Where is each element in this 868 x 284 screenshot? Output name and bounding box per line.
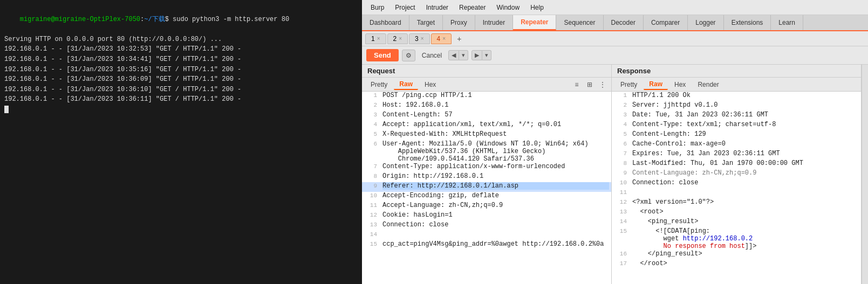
nav-tab-dashboard[interactable]: Dashboard	[362, 15, 409, 30]
code-line: 16 </ping_result>	[612, 250, 861, 260]
nav-tab-decoder[interactable]: Decoder	[604, 15, 644, 30]
right-edge-scrollbar	[862, 65, 868, 284]
code-line: 2 Server: jjhttpd v0.1.0	[612, 101, 861, 111]
code-line: 2 Host: 192.168.0.1	[362, 101, 611, 111]
forward-button[interactable]: ▶	[471, 50, 482, 60]
code-line: 8 Last-Modified: Thu, 01 Jan 1970 00:00:…	[612, 160, 861, 169]
code-line: 13 Connection: close	[362, 221, 611, 231]
request-pane-title: Request	[362, 65, 611, 78]
nav-tab-logger[interactable]: Logger	[688, 15, 723, 30]
nav-tab-target[interactable]: Target	[409, 15, 443, 30]
back-nav-group: ◀ ▾	[448, 50, 468, 60]
code-line: 11 Accept-Language: zh-CN,zh;q=0.9	[362, 202, 611, 211]
forward-dropdown-button[interactable]: ▾	[482, 50, 491, 60]
nav-tabs: Dashboard Target Proxy Intruder Repeater…	[362, 15, 868, 31]
code-line-selected: 9 Referer: http://192.168.0.1/lan.asp	[362, 182, 611, 192]
menu-item-burp[interactable]: Burp	[366, 3, 388, 12]
response-tab-render[interactable]: Render	[692, 80, 724, 89]
code-line: 4 Content-Type: text/xml; charset=utf-8	[612, 121, 861, 130]
menu-bar: Burp Project Intruder Repeater Window He…	[362, 0, 868, 15]
terminal-line-command: migraine@migraine-OptiPlex-7050:~/下载$ su…	[4, 4, 358, 34]
terminal-panel: migraine@migraine-OptiPlex-7050:~/下载$ su…	[0, 0, 362, 284]
response-tab-hex[interactable]: Hex	[669, 80, 691, 89]
request-pane: Request Pretty Raw Hex ≡ ⊞ ⋮ 1 POST /pin…	[362, 65, 612, 284]
request-tab-pretty[interactable]: Pretty	[365, 80, 393, 89]
response-tab-raw[interactable]: Raw	[644, 79, 668, 90]
terminal-line: Serving HTTP on 0.0.0.0 port 80 (http://…	[4, 34, 358, 45]
nav-tab-learn[interactable]: Learn	[771, 15, 803, 30]
burp-panel: Burp Project Intruder Repeater Window He…	[362, 0, 868, 284]
code-line: 10 Accept-Encoding: gzip, deflate	[362, 192, 611, 202]
menu-item-window[interactable]: Window	[492, 3, 524, 12]
word-wrap-icon[interactable]: ≡	[571, 80, 582, 89]
tab-1-label: 1	[371, 35, 375, 43]
nav-tab-comparer[interactable]: Comparer	[644, 15, 688, 30]
code-line: 14 <ping_result>	[612, 218, 861, 227]
back-dropdown-button[interactable]: ▾	[459, 50, 468, 60]
terminal-line: 192.168.0.1 - - [31/Jan/2023 10:35:16] "…	[4, 65, 358, 75]
request-tab-raw[interactable]: Raw	[394, 79, 418, 90]
code-line: 1 POST /ping.ccp HTTP/1.1	[362, 92, 611, 101]
code-line: 8 Origin: http://192.168.0.1	[362, 172, 611, 182]
request-tab-row: 1 × 2 × 3 × 4 × +	[362, 31, 868, 46]
tab-4-close[interactable]: ×	[442, 36, 446, 41]
code-line: 7 Expires: Tue, 31 Jan 2023 02:36:11 GMT	[612, 150, 861, 160]
request-pane-tabs: Pretty Raw Hex ≡ ⊞ ⋮	[362, 78, 611, 92]
main-content: Request Pretty Raw Hex ≡ ⊞ ⋮ 1 POST /pin…	[362, 65, 868, 284]
terminal-line: 192.168.0.1 - - [31/Jan/2023 10:36:09] "…	[4, 74, 358, 85]
back-button[interactable]: ◀	[448, 50, 459, 60]
code-line: 6 User-Agent: Mozilla/5.0 (Windows NT 10…	[362, 140, 611, 163]
menu-item-help[interactable]: Help	[526, 3, 548, 12]
view-icon[interactable]: ⊞	[584, 80, 595, 89]
terminal-line: 192.168.0.1 - - [31/Jan/2023 10:36:11] "…	[4, 94, 358, 105]
code-line: 12 <?xml version="1.0"?>	[612, 198, 861, 208]
code-line: 14	[362, 231, 611, 240]
response-code-area[interactable]: 1 HTTP/1.1 200 Ok 2 Server: jjhttpd v0.1…	[612, 92, 861, 284]
request-tab-4[interactable]: 4 ×	[431, 33, 452, 44]
menu-item-project[interactable]: Project	[391, 3, 419, 12]
toolbar: Send ⚙ Cancel ◀ ▾ ▶ ▾	[362, 46, 868, 65]
response-pane: Response Pretty Raw Hex Render 1 HTTP/1.…	[612, 65, 862, 284]
code-line: 15 ccp_act=pingV4Msg&ping_addr=%0awget h…	[362, 240, 611, 250]
nav-tab-proxy[interactable]: Proxy	[443, 15, 475, 30]
nav-tab-extensions[interactable]: Extensions	[724, 15, 771, 30]
tab-2-close[interactable]: ×	[399, 36, 402, 41]
code-line: 9 Content-Language: zh-CN,zh;q=0.9	[612, 169, 861, 179]
send-button[interactable]: Send	[366, 49, 399, 61]
add-tab-button[interactable]: +	[453, 33, 466, 44]
more-icon[interactable]: ⋮	[597, 80, 608, 89]
tab-4-label: 4	[437, 35, 441, 43]
code-line: 6 Cache-Control: max-age=0	[612, 140, 861, 150]
request-tab-2[interactable]: 2 ×	[387, 33, 408, 44]
settings-button[interactable]: ⚙	[402, 50, 415, 61]
request-code-area[interactable]: 1 POST /ping.ccp HTTP/1.1 2 Host: 192.16…	[362, 92, 611, 284]
terminal-line: 192.168.0.1 - - [31/Jan/2023 10:34:41] "…	[4, 54, 358, 65]
nav-tab-repeater[interactable]: Repeater	[513, 15, 556, 30]
nav-tab-intruder[interactable]: Intruder	[475, 15, 513, 30]
code-line: 3 Date: Tue, 31 Jan 2023 02:36:11 GMT	[612, 111, 861, 121]
request-tab-3[interactable]: 3 ×	[409, 33, 430, 44]
menu-item-repeater[interactable]: Repeater	[455, 3, 490, 12]
code-line: 12 Cookie: hasLogin=1	[362, 211, 611, 221]
code-line: 5 X-Requested-With: XMLHttpRequest	[362, 130, 611, 140]
tab-2-label: 2	[393, 35, 397, 43]
response-tab-pretty[interactable]: Pretty	[615, 80, 643, 89]
code-line: 13 <root>	[612, 208, 861, 218]
code-line: 10 Connection: close	[612, 179, 861, 189]
nav-tab-sequencer[interactable]: Sequencer	[556, 15, 603, 30]
request-tab-1[interactable]: 1 ×	[365, 33, 386, 44]
tab-3-close[interactable]: ×	[421, 36, 424, 41]
cancel-button[interactable]: Cancel	[419, 51, 445, 60]
code-line: 17 </root>	[612, 260, 861, 269]
code-line: 7 Content-Type: application/x-www-form-u…	[362, 163, 611, 172]
code-line: 5 Content-Length: 129	[612, 130, 861, 140]
terminal-line: 192.168.0.1 - - [31/Jan/2023 10:32:53] "…	[4, 44, 358, 54]
terminal-cursor-line	[4, 105, 358, 115]
code-line: 3 Content-Length: 57	[362, 111, 611, 121]
request-tab-icons: ≡ ⊞ ⋮	[571, 80, 608, 89]
code-line: 1 HTTP/1.1 200 Ok	[612, 92, 861, 101]
code-line: 11	[612, 189, 861, 198]
request-tab-hex[interactable]: Hex	[419, 80, 441, 89]
menu-item-intruder[interactable]: Intruder	[422, 3, 453, 12]
tab-1-close[interactable]: ×	[377, 36, 380, 41]
